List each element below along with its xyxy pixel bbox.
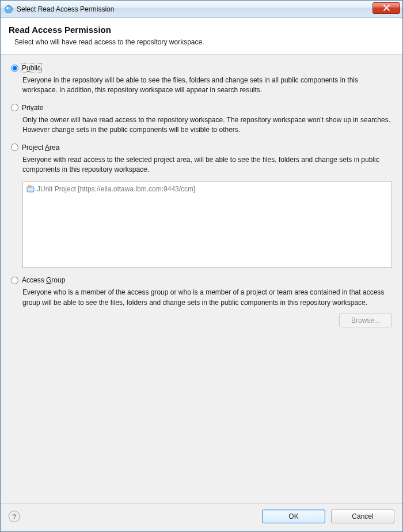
banner-subheading: Select who will have read access to the … [9,38,394,46]
option-project-area-head[interactable]: Project Area [11,144,392,152]
label-project-area[interactable]: Project Area [22,144,59,152]
desc-private: Only the owner will have read access to … [22,115,392,135]
dialog-footer: ? OK Cancel [1,503,402,531]
label-public[interactable]: Public [22,64,41,72]
radio-access-group[interactable] [11,277,18,284]
desc-public: Everyone in the repository will be able … [22,76,392,96]
option-access-group: Access Group Everyone who is a member of… [11,276,392,327]
option-private-head[interactable]: Private [11,104,392,112]
radio-public[interactable] [11,65,18,72]
help-icon: ? [12,512,17,521]
svg-point-0 [5,5,13,13]
title-bar: Select Read Access Permission [1,1,402,18]
label-access-group[interactable]: Access Group [22,276,65,284]
radio-private[interactable] [11,104,18,111]
browse-row: Browse... [22,314,392,327]
svg-point-1 [6,7,9,9]
help-button[interactable]: ? [9,511,20,522]
dialog-window: Select Read Access Permission Read Acces… [0,0,403,532]
option-private: Private Only the owner will have read ac… [11,104,392,135]
list-item-label: JUnit Project [https://ella.ottawa.ibm.c… [37,185,195,193]
window-title: Select Read Access Permission [17,5,372,13]
app-icon [4,5,13,14]
radio-project-area[interactable] [11,144,18,151]
project-area-icon [26,185,35,193]
desc-access-group: Everyone who is a member of the access g… [22,288,392,308]
option-public: Public Everyone in the repository will b… [11,64,392,96]
banner-heading: Read Access Permission [9,25,394,35]
desc-project-area: Everyone with read access to the selecte… [22,155,392,175]
list-item[interactable]: JUnit Project [https://ella.ottawa.ibm.c… [26,184,388,194]
browse-button[interactable]: Browse... [339,314,392,327]
option-project-area: Project Area Everyone with read access t… [11,144,392,269]
banner: Read Access Permission Select who will h… [1,18,402,55]
label-private[interactable]: Private [22,104,43,112]
dialog-body: Public Everyone in the repository will b… [1,55,402,503]
option-access-group-head[interactable]: Access Group [11,276,392,284]
close-icon [383,5,390,11]
cancel-button[interactable]: Cancel [331,510,394,523]
project-area-listbox[interactable]: JUnit Project [https://ella.ottawa.ibm.c… [22,182,392,268]
close-button[interactable] [372,2,400,14]
ok-button[interactable]: OK [262,510,325,523]
svg-rect-3 [28,186,31,187]
option-public-head[interactable]: Public [11,64,392,72]
